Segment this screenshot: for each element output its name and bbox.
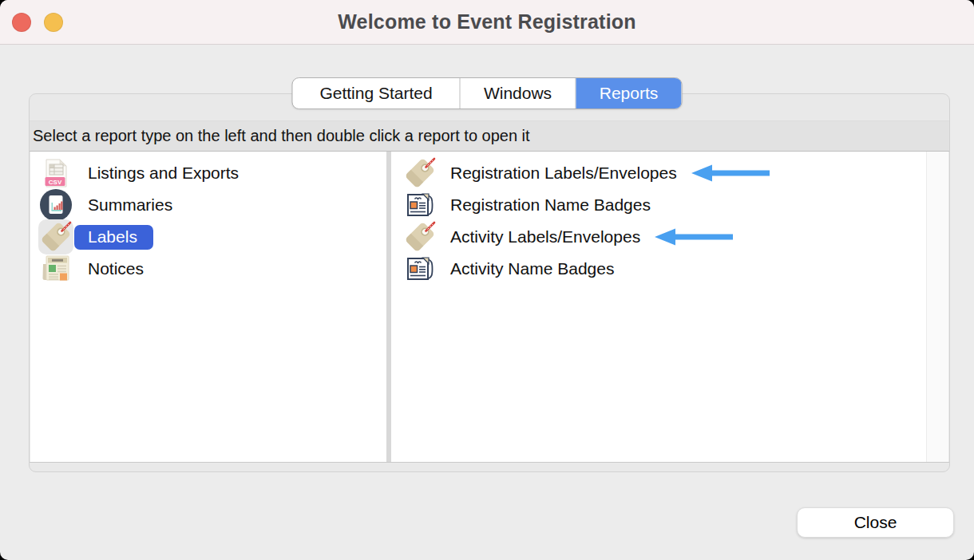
panes-container: CSV Listings and Exports (30, 151, 949, 463)
traffic-lights (12, 13, 63, 32)
minimize-window-button[interactable] (44, 13, 63, 32)
report-label: Activity Name Badges (450, 259, 614, 278)
newspaper-icon (37, 251, 75, 286)
report-activity-name-badges[interactable]: Activity Name Badges (391, 253, 948, 285)
reports-panel: Select a report type on the left and the… (29, 93, 950, 472)
report-type-label: Listings and Exports (88, 164, 239, 183)
report-registration-labels-envelopes[interactable]: Registration Labels/Envelopes (391, 157, 948, 189)
scrollbar-track[interactable] (926, 152, 948, 462)
report-type-label-selected: Labels (74, 225, 153, 250)
report-label: Registration Name Badges (450, 195, 651, 215)
tab-bar: Getting Started Windows Reports (292, 77, 683, 109)
report-type-listings-and-exports[interactable]: CSV Listings and Exports (30, 157, 386, 189)
tab-reports[interactable]: Reports (576, 78, 682, 108)
tab-label: Reports (600, 84, 659, 103)
title-bar: Welcome to Event Registration (0, 0, 974, 45)
instruction-bar: Select a report type on the left and the… (30, 120, 949, 151)
report-types-pane: CSV Listings and Exports (30, 152, 386, 462)
name-badge-icon (402, 251, 438, 286)
report-label: Activity Labels/Envelopes (450, 227, 640, 246)
report-type-summaries[interactable]: Summaries (30, 189, 386, 221)
reports-pane: Registration Labels/Envelopes (391, 152, 948, 462)
annotation-arrow-icon (653, 227, 733, 246)
report-label: Registration Labels/Envelopes (450, 164, 677, 183)
annotation-arrow-icon (690, 164, 770, 183)
name-badge-icon (402, 187, 438, 223)
window-title: Welcome to Event Registration (338, 10, 635, 34)
close-window-button[interactable] (12, 13, 31, 32)
price-tag-icon (402, 156, 438, 191)
csv-file-icon: CSV (37, 156, 75, 191)
dialog-window: Welcome to Event Registration Getting St… (0, 0, 974, 560)
tab-label: Getting Started (319, 84, 432, 103)
price-tag-icon (38, 219, 73, 254)
close-button[interactable]: Close (797, 507, 954, 538)
report-type-notices[interactable]: Notices (30, 253, 386, 285)
tab-getting-started[interactable]: Getting Started (293, 78, 460, 108)
tab-label: Windows (484, 84, 552, 103)
svg-text:CSV: CSV (49, 179, 62, 186)
tab-windows[interactable]: Windows (460, 78, 576, 108)
report-registration-name-badges[interactable]: Registration Name Badges (391, 189, 948, 221)
price-tag-icon (402, 219, 438, 254)
close-button-label: Close (854, 513, 897, 532)
report-type-label: Summaries (88, 195, 172, 215)
report-type-label: Notices (88, 259, 144, 278)
instruction-text: Select a report type on the left and the… (33, 127, 530, 145)
chart-document-icon (37, 187, 75, 223)
report-type-labels[interactable]: Labels (30, 221, 386, 253)
report-activity-labels-envelopes[interactable]: Activity Labels/Envelopes (391, 221, 948, 253)
